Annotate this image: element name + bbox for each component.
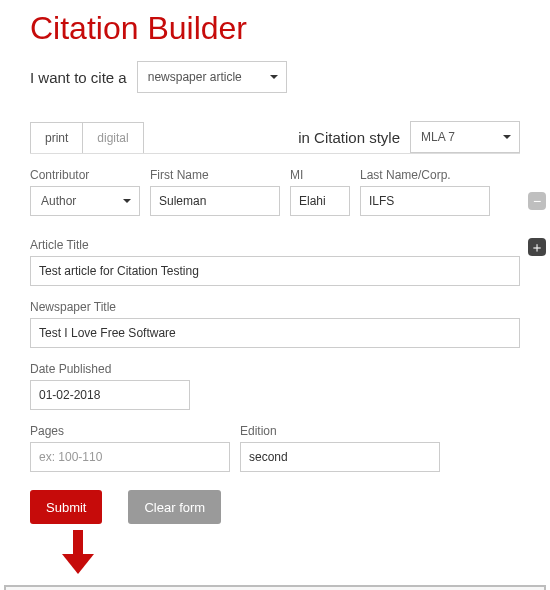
date-published-label: Date Published <box>30 362 190 376</box>
mi-label: MI <box>290 168 350 182</box>
date-published-input[interactable] <box>30 380 190 410</box>
source-type-select[interactable]: newspaper article <box>137 61 287 93</box>
first-name-input[interactable] <box>150 186 280 216</box>
lead-text: I want to cite a <box>30 69 127 86</box>
edition-input[interactable] <box>240 442 440 472</box>
chevron-down-icon <box>270 75 278 79</box>
page-title: Citation Builder <box>30 10 520 47</box>
source-type-value: newspaper article <box>148 70 242 84</box>
tab-digital[interactable]: digital <box>83 122 143 153</box>
contributor-role-value: Author <box>41 194 76 208</box>
add-contributor-button[interactable]: ＋ <box>528 238 546 256</box>
citation-output: ILFS, Suleman Elahi. "Test Article for C… <box>4 585 546 590</box>
remove-contributor-button[interactable]: − <box>528 192 546 210</box>
arrow-down-icon <box>60 530 520 579</box>
chevron-down-icon <box>123 199 131 203</box>
citation-style-label: in Citation style <box>298 129 400 146</box>
article-title-input[interactable] <box>30 256 520 286</box>
pages-label: Pages <box>30 424 230 438</box>
mi-input[interactable] <box>290 186 350 216</box>
tab-print[interactable]: print <box>30 122 83 153</box>
citation-style-value: MLA 7 <box>421 130 455 144</box>
newspaper-title-label: Newspaper Title <box>30 300 520 314</box>
article-title-label: Article Title <box>30 238 520 252</box>
last-name-label: Last Name/Corp. <box>360 168 490 182</box>
pages-input[interactable] <box>30 442 230 472</box>
newspaper-title-input[interactable] <box>30 318 520 348</box>
chevron-down-icon <box>503 135 511 139</box>
citation-style-select[interactable]: MLA 7 <box>410 121 520 153</box>
svg-marker-1 <box>62 554 94 574</box>
first-name-label: First Name <box>150 168 280 182</box>
edition-label: Edition <box>240 424 440 438</box>
contributor-label: Contributor <box>30 168 140 182</box>
contributor-role-select[interactable]: Author <box>30 186 140 216</box>
clear-form-button[interactable]: Clear form <box>128 490 221 524</box>
submit-button[interactable]: Submit <box>30 490 102 524</box>
last-name-input[interactable] <box>360 186 490 216</box>
svg-rect-0 <box>73 530 83 554</box>
